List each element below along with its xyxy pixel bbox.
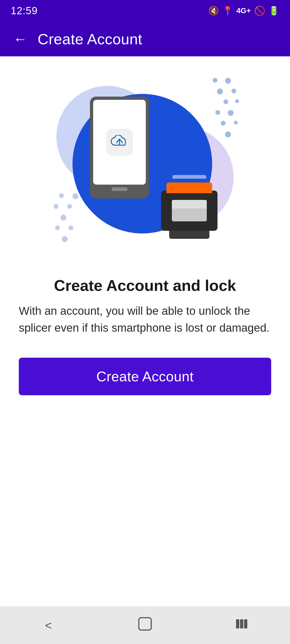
bottom-nav: < bbox=[0, 606, 290, 644]
splicer-lid-highlight bbox=[172, 175, 206, 179]
nav-home-icon bbox=[138, 617, 152, 634]
nav-recents-icon bbox=[234, 617, 249, 634]
battery-icon: 🔋 bbox=[269, 6, 279, 16]
splicer-machine bbox=[161, 191, 218, 239]
network-icon: 4G+ bbox=[236, 6, 251, 15]
svg-rect-2 bbox=[139, 618, 151, 630]
splicer-stand bbox=[169, 231, 209, 239]
splicer-body bbox=[161, 191, 218, 231]
status-icons: 🔇 📍 4G+ 🚫 🔋 bbox=[208, 5, 279, 16]
text-section: Create Account and lock With an account,… bbox=[19, 276, 271, 336]
content-heading: Create Account and lock bbox=[19, 276, 271, 294]
block-icon: 🚫 bbox=[254, 5, 265, 16]
nav-recents-button[interactable] bbox=[226, 615, 258, 636]
location-icon: 📍 bbox=[222, 6, 233, 16]
svg-point-1 bbox=[118, 139, 121, 141]
cloud-icon bbox=[110, 135, 129, 150]
dots-bottom-left bbox=[54, 193, 102, 247]
nav-back-button[interactable]: < bbox=[32, 615, 64, 636]
illustration-container bbox=[51, 72, 239, 260]
svg-rect-3 bbox=[236, 619, 239, 628]
create-account-button[interactable]: Create Account bbox=[19, 358, 271, 395]
phone-home-button bbox=[111, 187, 128, 191]
svg-rect-5 bbox=[244, 619, 247, 628]
nav-back-icon: < bbox=[45, 619, 52, 632]
create-account-button-label: Create Account bbox=[96, 368, 194, 385]
dots-top-right bbox=[180, 72, 239, 142]
main-content: Create Account and lock With an account,… bbox=[0, 56, 290, 606]
phone-screen bbox=[93, 100, 146, 185]
content-description: With an account, you will be able to unl… bbox=[19, 302, 271, 336]
svg-rect-4 bbox=[240, 619, 243, 628]
app-bar: ← Create Account bbox=[0, 21, 290, 56]
app-bar-title: Create Account bbox=[38, 30, 142, 48]
back-arrow-icon: ← bbox=[13, 31, 27, 47]
status-time: 12:59 bbox=[11, 5, 38, 17]
mute-icon: 🔇 bbox=[208, 6, 219, 16]
phone-device bbox=[90, 97, 149, 199]
nav-home-button[interactable] bbox=[129, 615, 161, 636]
status-bar: 12:59 🔇 📍 4G+ 🚫 🔋 bbox=[0, 0, 290, 21]
cloud-logo bbox=[106, 129, 133, 156]
splicer-screen bbox=[172, 200, 207, 221]
splicer-lid bbox=[166, 182, 212, 193]
back-button[interactable]: ← bbox=[11, 30, 30, 48]
